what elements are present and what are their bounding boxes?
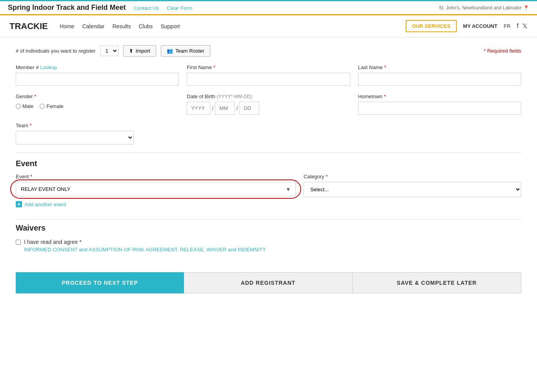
add-registrant-button[interactable]: ADD REGISTRANT xyxy=(184,272,353,293)
clear-form-link[interactable]: Clear Form xyxy=(167,5,192,11)
first-name-label: First Name * xyxy=(187,64,350,70)
nav-support[interactable]: Support xyxy=(160,23,180,29)
team-roster-icon: 👥 xyxy=(167,48,173,54)
import-button[interactable]: ⬆ Import xyxy=(123,45,156,57)
dob-dd-input[interactable] xyxy=(239,102,259,115)
team-select[interactable] xyxy=(16,131,134,145)
row-team: Team * xyxy=(16,123,521,145)
location-pin-icon: 📍 xyxy=(523,5,529,11)
nav-clubs[interactable]: Clubs xyxy=(139,23,153,29)
hometown-group: Hometown * xyxy=(358,93,521,115)
first-name-group: First Name * xyxy=(187,64,350,86)
waiver-checkbox[interactable] xyxy=(16,240,21,245)
add-another-event-link[interactable]: + Add another event xyxy=(16,201,521,207)
event-section-heading: Event xyxy=(16,159,521,168)
individuals-label: # of individuals you want to register xyxy=(16,48,96,54)
dob-mm-input[interactable] xyxy=(215,102,235,115)
category-label: Category * xyxy=(303,174,521,180)
navbar: TRACKIE Home Calendar Results Clubs Supp… xyxy=(0,15,537,37)
first-name-input[interactable] xyxy=(187,73,350,86)
social-links: f 𝕏 xyxy=(517,22,528,30)
save-later-button[interactable]: SAVE & COMPLETE LATER xyxy=(353,272,521,293)
member-group: Member # Lookup xyxy=(16,64,179,86)
location-info: St. John's, Newfoundland and Labrador 📍 xyxy=(439,5,529,11)
top-controls: # of individuals you want to register 1 … xyxy=(16,45,521,57)
proceed-button[interactable]: PROCEED TO NEXT STEP xyxy=(16,272,184,293)
gender-group: Gender * Male Female xyxy=(16,93,179,115)
facebook-icon[interactable]: f xyxy=(517,22,519,30)
waiver-link[interactable]: INFORMED CONSENT and ASSUMPTION OF RISK … xyxy=(24,247,266,253)
my-account-link[interactable]: MY ACCOUNT xyxy=(463,23,497,29)
navbar-right: OUR SERVICES MY ACCOUNT FR f 𝕏 xyxy=(406,20,528,32)
row-gender-dob-hometown: Gender * Male Female Date of Birth (YYYY… xyxy=(16,93,521,115)
category-group: Category * Select... xyxy=(303,174,521,197)
last-name-label: Last Name * xyxy=(358,64,521,70)
top-banner: Spring Indoor Track and Field Meet Conta… xyxy=(0,0,537,15)
waivers-section: Waivers I have read and agree * INFORMED… xyxy=(16,219,521,253)
our-services-button[interactable]: OUR SERVICES xyxy=(406,20,457,32)
event-field-label: Event * xyxy=(16,174,32,180)
category-select[interactable]: Select... xyxy=(303,182,521,197)
nav-calendar[interactable]: Calendar xyxy=(82,23,105,29)
member-label: Member # Lookup xyxy=(16,64,179,70)
event-select-container: Event * RELAY EVENT ONLY ▼ xyxy=(16,174,296,196)
event-select[interactable]: RELAY EVENT ONLY xyxy=(16,182,296,196)
add-icon: + xyxy=(16,201,22,207)
last-name-group: Last Name * xyxy=(358,64,521,86)
hometown-input[interactable] xyxy=(358,102,521,115)
main-content: # of individuals you want to register 1 … xyxy=(0,37,537,301)
language-fr[interactable]: FR xyxy=(504,23,510,29)
team-label: Team * xyxy=(16,123,134,128)
dob-group: Date of Birth (YYYY*-MM-DD) / / xyxy=(187,93,350,115)
contact-us-link[interactable]: Contact Us xyxy=(134,5,159,11)
gender-label: Gender * xyxy=(16,93,179,99)
brand-logo[interactable]: TRACKIE xyxy=(9,21,48,31)
last-name-input[interactable] xyxy=(358,73,521,86)
waiver-row: I have read and agree * INFORMED CONSENT… xyxy=(16,239,521,253)
female-radio[interactable] xyxy=(40,104,45,109)
nav-results[interactable]: Results xyxy=(112,23,131,29)
waiver-checkbox-label: I have read and agree * xyxy=(24,239,81,245)
dob-label: Date of Birth (YYYY*-MM-DD) xyxy=(187,93,350,99)
import-icon: ⬆ xyxy=(129,48,133,54)
top-controls-left: # of individuals you want to register 1 … xyxy=(16,45,210,57)
dob-inputs: / / xyxy=(187,102,350,115)
waivers-heading: Waivers xyxy=(16,223,521,233)
bottom-buttons: PROCEED TO NEXT STEP ADD REGISTRANT SAVE… xyxy=(16,272,521,293)
male-radio[interactable] xyxy=(16,104,21,109)
team-roster-button[interactable]: 👥 Team Roster xyxy=(161,45,210,57)
required-note: * Required fields xyxy=(484,48,521,54)
nav-links: Home Calendar Results Clubs Support xyxy=(60,23,406,29)
add-another-event-label: Add another event xyxy=(24,201,66,207)
team-group: Team * xyxy=(16,123,134,145)
nav-home[interactable]: Home xyxy=(60,23,74,29)
event-divider xyxy=(16,152,521,153)
lookup-link[interactable]: Lookup xyxy=(40,64,57,70)
dob-yyyy-input[interactable] xyxy=(187,102,210,115)
female-radio-label[interactable]: Female xyxy=(40,103,63,109)
team-roster-label: Team Roster xyxy=(175,48,204,54)
banner-title: Spring Indoor Track and Field Meet xyxy=(8,4,126,12)
member-input[interactable] xyxy=(16,73,179,86)
twitter-icon[interactable]: 𝕏 xyxy=(522,22,528,30)
hometown-label: Hometown * xyxy=(358,93,521,99)
event-select-highlighted: RELAY EVENT ONLY ▼ xyxy=(16,182,296,196)
male-radio-label[interactable]: Male xyxy=(16,103,33,109)
event-row: Event * RELAY EVENT ONLY ▼ Category * Se… xyxy=(16,174,521,197)
gender-radios: Male Female xyxy=(16,103,179,109)
import-label: Import xyxy=(136,48,150,54)
row-member-name: Member # Lookup First Name * Last Name * xyxy=(16,64,521,86)
individuals-select[interactable]: 1 2 3 4 5 xyxy=(100,46,118,56)
